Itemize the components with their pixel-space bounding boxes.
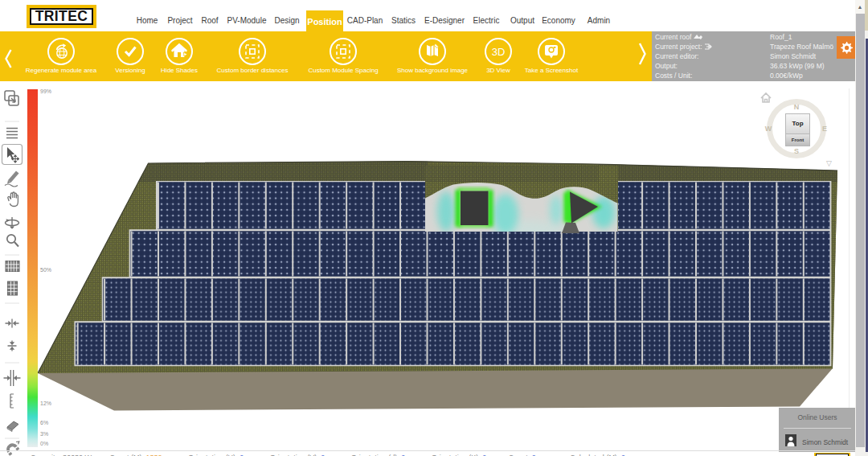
svg-text:3D: 3D xyxy=(492,46,506,58)
